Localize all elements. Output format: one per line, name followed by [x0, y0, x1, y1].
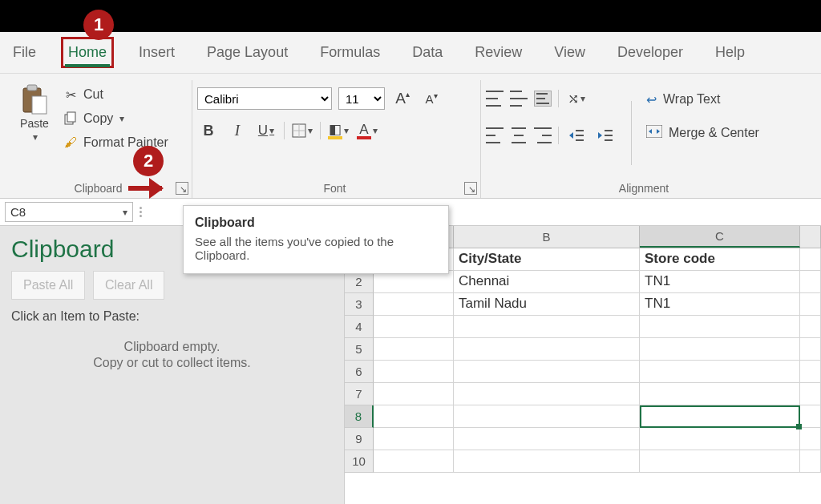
- cell-a6[interactable]: [374, 361, 454, 383]
- row-header-4[interactable]: 4: [345, 316, 374, 338]
- paste-all-button[interactable]: Paste All: [11, 271, 85, 300]
- cell-b8[interactable]: [454, 405, 640, 428]
- tab-help[interactable]: Help: [710, 39, 750, 66]
- cell-b2[interactable]: Chennai: [454, 271, 640, 293]
- cell-b3[interactable]: Tamil Nadu: [454, 293, 640, 316]
- fill-color-button[interactable]: ◧ ▾: [327, 120, 350, 141]
- merge-center-label: Merge & Center: [669, 126, 759, 140]
- cell-b6[interactable]: [454, 361, 640, 383]
- cell-a4[interactable]: [374, 316, 454, 338]
- cell-d3[interactable]: [800, 293, 821, 316]
- tab-page-layout[interactable]: Page Layout: [202, 39, 293, 66]
- tab-insert[interactable]: Insert: [134, 39, 180, 66]
- row-header-7[interactable]: 7: [345, 383, 374, 405]
- cell-c6[interactable]: [640, 361, 800, 383]
- decrease-font-icon[interactable]: A▾: [420, 88, 443, 109]
- grip-icon: [140, 207, 142, 217]
- align-bottom-button[interactable]: [534, 91, 552, 107]
- align-middle-button[interactable]: [510, 91, 528, 107]
- cell-a9[interactable]: [374, 428, 454, 450]
- font-name-select[interactable]: Calibri: [197, 87, 332, 110]
- underline-button[interactable]: U▾: [255, 120, 277, 141]
- row-header-2[interactable]: 2: [345, 271, 374, 293]
- cell-a7[interactable]: [374, 383, 454, 405]
- tooltip-title: Clipboard: [195, 216, 437, 230]
- cell-b7[interactable]: [454, 383, 640, 405]
- cell-c3[interactable]: TN1: [640, 293, 800, 316]
- font-dialog-launcher[interactable]: [464, 182, 477, 195]
- name-box[interactable]: C8 ▾: [5, 202, 133, 222]
- svg-rect-1: [27, 85, 37, 91]
- increase-font-icon[interactable]: A▴: [391, 88, 414, 109]
- cell-c10[interactable]: [640, 450, 800, 473]
- cell-d1[interactable]: [800, 248, 821, 271]
- cell-d4[interactable]: [800, 316, 821, 338]
- tab-review[interactable]: Review: [470, 39, 527, 66]
- row-header-9[interactable]: 9: [345, 428, 374, 450]
- cut-button[interactable]: ✂ Cut: [63, 83, 168, 106]
- cell-c8[interactable]: [640, 405, 800, 428]
- align-center-button[interactable]: [510, 127, 528, 143]
- row-header-10[interactable]: 10: [345, 450, 374, 473]
- increase-indent-button[interactable]: [594, 125, 617, 146]
- group-font-label: Font: [197, 179, 472, 196]
- font-color-button[interactable]: A ▾: [356, 120, 378, 141]
- borders-button[interactable]: ▾: [291, 120, 313, 141]
- row-header-5[interactable]: 5: [345, 338, 374, 361]
- row-header-3[interactable]: 3: [345, 293, 374, 316]
- cell-b10[interactable]: [454, 450, 640, 473]
- clear-all-button[interactable]: Clear All: [93, 271, 165, 300]
- bold-button[interactable]: B: [197, 120, 220, 141]
- align-top-button[interactable]: [486, 91, 504, 107]
- orientation-button[interactable]: ⤭▾: [565, 88, 588, 109]
- cell-d6[interactable]: [800, 361, 821, 383]
- col-header-d-partial[interactable]: [800, 226, 821, 248]
- tab-formulas[interactable]: Formulas: [315, 39, 385, 66]
- tab-data[interactable]: Data: [407, 39, 447, 66]
- cell-c5[interactable]: [640, 338, 800, 361]
- cell-b9[interactable]: [454, 428, 640, 450]
- cell-a10[interactable]: [374, 450, 454, 473]
- cell-c9[interactable]: [640, 428, 800, 450]
- align-left-button[interactable]: [486, 127, 504, 143]
- cell-c7[interactable]: [640, 383, 800, 405]
- tab-view[interactable]: View: [549, 39, 590, 66]
- cell-b4[interactable]: [454, 316, 640, 338]
- cell-d2[interactable]: [800, 271, 821, 293]
- cell-a5[interactable]: [374, 338, 454, 361]
- italic-button[interactable]: I: [226, 120, 249, 141]
- row-header-6[interactable]: 6: [345, 361, 374, 383]
- cell-c4[interactable]: [640, 316, 800, 338]
- cell-d9[interactable]: [800, 428, 821, 450]
- paste-label: Paste: [20, 117, 49, 130]
- cell-c2[interactable]: TN1: [640, 271, 800, 293]
- align-right-button[interactable]: [534, 127, 552, 143]
- col-header-b[interactable]: B: [454, 226, 640, 248]
- row-header-8[interactable]: 8: [345, 405, 374, 428]
- font-size-select[interactable]: 11: [338, 87, 385, 110]
- brush-icon: 🖌: [63, 135, 79, 150]
- wrap-text-button[interactable]: ↩ Wrap Text: [646, 88, 759, 111]
- chevron-down-icon: ▾: [119, 113, 124, 124]
- cell-d7[interactable]: [800, 383, 821, 405]
- clipboard-dialog-launcher[interactable]: [176, 182, 188, 195]
- tab-file[interactable]: File: [8, 39, 41, 66]
- copy-button[interactable]: Copy ▾: [63, 107, 168, 130]
- cell-c1[interactable]: Store code: [640, 248, 800, 271]
- chevron-down-icon: ▾: [33, 131, 38, 143]
- cell-d8[interactable]: [800, 405, 821, 428]
- tooltip-body: See all the items you've copied to the C…: [195, 235, 437, 262]
- cell-b5[interactable]: [454, 338, 640, 361]
- cell-a2[interactable]: [374, 271, 454, 293]
- merge-center-button[interactable]: Merge & Center: [646, 122, 759, 144]
- col-header-c[interactable]: C: [640, 226, 800, 248]
- cell-d5[interactable]: [800, 338, 821, 361]
- cell-d10[interactable]: [800, 450, 821, 473]
- tab-developer[interactable]: Developer: [613, 39, 688, 66]
- tab-home[interactable]: Home: [63, 39, 111, 66]
- cell-a8[interactable]: [374, 405, 454, 428]
- cell-b1[interactable]: City/State: [454, 248, 640, 271]
- paste-button[interactable]: Paste ▾: [13, 83, 56, 179]
- cell-a3[interactable]: [374, 293, 454, 316]
- decrease-indent-button[interactable]: [565, 125, 588, 146]
